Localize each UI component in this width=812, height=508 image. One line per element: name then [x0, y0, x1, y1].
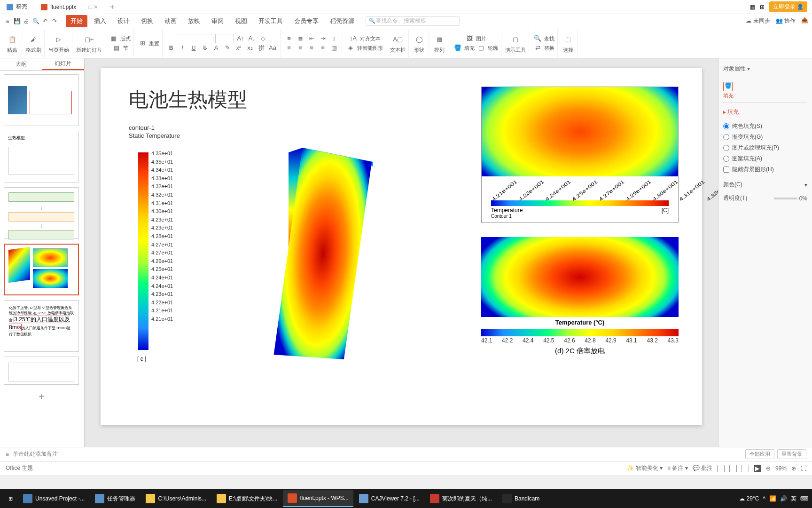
font-color-icon[interactable]: A	[211, 43, 221, 53]
comments-button[interactable]: 💬 批注	[693, 464, 712, 472]
taskbar-item[interactable]: 任务管理器	[90, 490, 140, 507]
menu-insert[interactable]: 插入	[89, 15, 111, 27]
menu-transition[interactable]: 切换	[136, 15, 158, 27]
thumb-5[interactable]: 化验了上管, U 型与 V 型热管理换热系统的冷却性能, 在 2.5C 放电倍率…	[4, 300, 79, 352]
menu-resources[interactable]: 稻壳资源	[325, 15, 359, 27]
thumb-2[interactable]: 生热模型	[4, 131, 79, 183]
bold-icon[interactable]: B	[166, 43, 176, 53]
shrink-font-icon[interactable]: A↓	[247, 34, 257, 43]
ime[interactable]: 英	[791, 495, 796, 503]
sub-icon[interactable]: x₂	[245, 43, 255, 53]
shape-icon[interactable]: ◯	[413, 32, 426, 46]
thumb-3[interactable]: ↓↓	[4, 187, 79, 239]
section-icon[interactable]: ▤	[112, 43, 121, 53]
notes-bar[interactable]: ≡ 单击此处添加备注 全部应用 重置背景	[0, 447, 812, 461]
demo-tools-icon[interactable]: ▢	[509, 32, 522, 46]
paste-icon[interactable]: 📋	[6, 32, 19, 46]
phonetic-icon[interactable]: 拼	[257, 43, 266, 53]
fit-icon[interactable]: ⛶	[801, 465, 806, 472]
preview-icon[interactable]: 🔍	[32, 17, 39, 25]
menu-slideshow[interactable]: 放映	[183, 15, 205, 27]
taskbar-item[interactable]: Bandicam	[498, 490, 544, 507]
taskbar-item[interactable]: C:\Users\Adminis...	[141, 490, 211, 507]
taskbar-item[interactable]: Unsaved Project -...	[18, 490, 89, 507]
notes-button[interactable]: ≡ 备注 ▾	[667, 464, 688, 472]
grow-font-icon[interactable]: A↑	[236, 34, 245, 43]
zoom-level[interactable]: 99%	[775, 465, 787, 472]
tab-add[interactable]: +	[105, 3, 119, 11]
view-reading-icon[interactable]	[742, 465, 749, 472]
fill-tab-icon[interactable]: 🪣	[723, 82, 733, 91]
super-icon[interactable]: x²	[234, 43, 243, 53]
taskbar-item[interactable]: CAJViewer 7.2 - [...	[354, 490, 424, 507]
all-apps-button[interactable]: 全部应用	[745, 449, 774, 459]
menu-design[interactable]: 设计	[113, 15, 134, 27]
tray-up-icon[interactable]: ^	[763, 495, 765, 502]
picture-icon[interactable]: 🖼	[465, 34, 474, 43]
align-justify-icon[interactable]: ≡	[318, 43, 328, 53]
opt-gradient[interactable]: 渐变填充(G)	[723, 132, 807, 143]
thumb-6[interactable]	[4, 357, 79, 385]
bullets-icon[interactable]: ≡	[284, 34, 294, 43]
strike-icon[interactable]: S̶	[200, 43, 210, 53]
canvas[interactable]: 电池生热模型 contour-1 Static Temperature 4.35…	[85, 58, 718, 447]
beautify-button[interactable]: ✨ 智能美化 ▾	[627, 464, 663, 472]
linespace-icon[interactable]: ↕	[329, 34, 339, 43]
format-painter-icon[interactable]: 🖌	[27, 32, 40, 46]
menu-view[interactable]: 视图	[230, 15, 252, 27]
opt-pattern[interactable]: 图案填充(A)	[723, 153, 807, 164]
opt-solid[interactable]: 纯色填充(S)	[723, 121, 807, 132]
reset-bg-button[interactable]: 重置背景	[777, 449, 806, 459]
view-sorter-icon[interactable]	[729, 465, 737, 472]
opacity-row[interactable]: 透明度(T)0%	[723, 191, 807, 205]
volume-icon[interactable]: 🔊	[780, 495, 787, 502]
tab-home[interactable]: 稻壳	[0, 0, 34, 14]
replace-icon[interactable]: ⇄	[533, 43, 542, 53]
text-dir-icon[interactable]: ↕A	[349, 34, 358, 43]
play-icon[interactable]: ▷	[52, 32, 65, 46]
slide[interactable]: 电池生热模型 contour-1 Static Temperature 4.35…	[101, 68, 702, 425]
apps-icon[interactable]: ⊞	[760, 4, 765, 10]
new-slide-icon[interactable]: ▢+	[83, 32, 96, 46]
align-right-icon[interactable]: ≡	[307, 43, 316, 53]
thumb-1[interactable]	[4, 74, 79, 126]
color-row[interactable]: 颜色(C)▾	[723, 178, 807, 191]
fill-section[interactable]: ▸ 填充	[723, 106, 807, 118]
view-normal-icon[interactable]	[717, 465, 725, 472]
menu-dev[interactable]: 开发工具	[254, 15, 288, 27]
zoom-in-icon[interactable]: ⊕	[791, 465, 796, 472]
tab-slides[interactable]: 幻灯片	[42, 58, 85, 70]
numbering-icon[interactable]: ≣	[296, 34, 305, 43]
ime-icon[interactable]: ⌨	[800, 495, 808, 502]
menu-member[interactable]: 会员专享	[289, 15, 323, 27]
zoom-out-icon[interactable]: ⊖	[766, 465, 771, 472]
redo-icon[interactable]: ↷	[51, 17, 58, 25]
sync-status[interactable]: ☁ 未同步	[746, 17, 770, 25]
taskbar-item[interactable]: fluent.pptx - WPS...	[283, 490, 353, 507]
undo-icon[interactable]: ↶	[41, 17, 49, 25]
opt-picture[interactable]: 图片或纹理填充(P)	[723, 143, 807, 153]
textbox-icon[interactable]: A▢	[391, 32, 405, 46]
fill-icon[interactable]: 🪣	[453, 43, 462, 53]
menu-icon[interactable]: ≡	[4, 17, 11, 25]
share-button[interactable]: 📤	[801, 17, 808, 25]
align-left-icon[interactable]: ≡	[284, 43, 294, 53]
opt-hidebg[interactable]: 隐藏背景图形(H)	[723, 164, 807, 175]
smart-icon[interactable]: ◈	[346, 43, 355, 53]
collab-button[interactable]: 👥 协作	[776, 17, 796, 25]
search-input[interactable]: 🔍 查找命令、搜索模板	[366, 16, 460, 26]
font-size-combo[interactable]	[215, 34, 234, 43]
add-slide-button[interactable]: +	[4, 389, 79, 404]
menu-animation[interactable]: 动画	[160, 15, 181, 27]
align-center-icon[interactable]: ≡	[296, 43, 305, 53]
print-icon[interactable]: 🖨	[23, 17, 30, 25]
layout-icon[interactable]: ▦	[109, 34, 118, 43]
columns-icon[interactable]: ▥	[329, 43, 339, 53]
find-icon[interactable]: 🔍	[533, 34, 542, 43]
outline-icon[interactable]: ▢	[476, 43, 486, 53]
save-icon[interactable]: 💾	[13, 17, 21, 25]
highlight-icon[interactable]: ✎	[223, 43, 232, 53]
grid-icon[interactable]: ▦	[750, 4, 755, 10]
tab-outline[interactable]: 大纲	[0, 58, 42, 70]
italic-icon[interactable]: I	[178, 43, 187, 53]
